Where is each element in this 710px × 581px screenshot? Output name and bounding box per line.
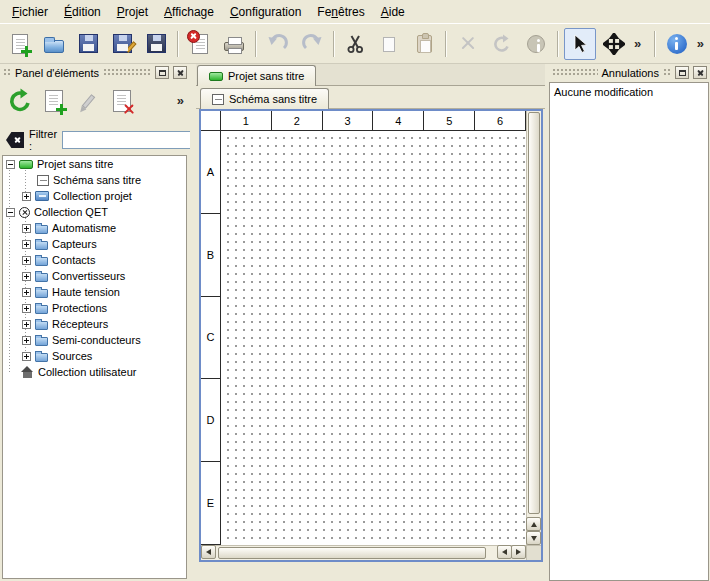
expand-expander-icon[interactable] [22,320,31,329]
left-arrow-icon [206,549,211,555]
collapse-expander-icon[interactable] [6,160,15,169]
scrollbar-corner [526,545,541,560]
expand-expander-icon[interactable] [22,288,31,297]
elements-dock-titlebar[interactable]: Panel d'éléments [0,64,190,81]
properties-button[interactable] [520,28,552,60]
hscroll-left-button-2[interactable] [497,545,512,559]
select-mode-button[interactable] [564,28,596,60]
row-label: D [201,379,220,462]
dock-float-button[interactable] [155,66,169,79]
collapse-expander-icon[interactable] [6,208,15,217]
dock-texture [663,68,671,77]
tree-item-recepteurs[interactable]: Récepteurs [3,316,186,332]
project-icon [209,72,223,81]
cut-button[interactable] [340,28,372,60]
expand-expander-icon[interactable] [22,336,31,345]
tree-item-collection-utilisateur[interactable]: Collection utilisateur [3,364,186,380]
horizontal-scrollbar[interactable] [201,545,526,560]
clipboard-icon [417,35,432,53]
toolbar-overflow-button[interactable]: » [631,36,644,51]
paste-button[interactable] [408,28,440,60]
vscroll-thumb[interactable] [528,112,540,514]
tree-item-haute-tension[interactable]: Haute tension [3,284,186,300]
open-folder-icon [44,40,64,53]
filter-row: Filtrer : [0,128,190,152]
menu-configuration[interactable]: Configuration [222,1,309,23]
folder-icon [35,321,48,330]
save-all-button[interactable] [140,28,172,60]
close-project-button[interactable] [184,28,216,60]
vertical-scrollbar[interactable] [526,111,541,545]
about-button[interactable] [661,28,693,60]
undo-button[interactable] [262,28,294,60]
tree-item-sources[interactable]: Sources [3,348,186,364]
vscroll-up-button[interactable] [526,517,541,531]
expand-expander-icon[interactable] [22,304,31,313]
expand-expander-icon[interactable] [22,272,31,281]
schema-tab[interactable]: Schéma sans titre [200,88,329,109]
row-label: B [201,214,220,297]
dock-close-button[interactable] [173,66,187,79]
tree-item-convertisseurs[interactable]: Convertisseurs [3,268,186,284]
dock-float-button[interactable] [675,66,689,79]
schema-canvas[interactable] [221,131,526,545]
open-project-button[interactable] [38,28,70,60]
reload-collections-button[interactable] [3,84,37,118]
menubar: Fichier Édition Projet Affichage Configu… [0,0,710,23]
new-element-button[interactable] [37,84,71,118]
new-project-button[interactable] [4,28,36,60]
hscroll-thumb[interactable] [218,547,486,559]
tree-item-capteurs[interactable]: Capteurs [3,236,186,252]
expand-expander-icon[interactable] [22,224,31,233]
menu-fichier[interactable]: Fichier [4,1,56,23]
copy-button[interactable] [374,28,406,60]
project-tab[interactable]: Projet sans titre [197,65,316,86]
vscroll-down-button[interactable] [526,531,541,545]
save-project-button[interactable] [72,28,104,60]
undo-history-dock: Annulations Aucune modification [549,64,710,581]
expand-expander-icon[interactable] [22,240,31,249]
delete-button[interactable] [452,28,484,60]
toolbar-separator [654,31,656,57]
elements-toolbar-overflow-button[interactable]: » [177,93,184,108]
tree-item-collection-qet[interactable]: Collection QET [3,204,186,220]
dock-close-button[interactable] [693,66,707,79]
hscroll-right-button[interactable] [511,545,526,559]
tree-item-collection-projet[interactable]: Collection projet [3,188,186,204]
rotate-button[interactable] [486,28,518,60]
menu-affichage[interactable]: Affichage [156,1,222,23]
menu-edition[interactable]: Édition [56,1,109,23]
expand-expander-icon[interactable] [22,352,31,361]
menu-aide[interactable]: Aide [373,1,413,23]
delete-element-button[interactable] [105,84,139,118]
edit-element-button[interactable] [71,84,105,118]
undo-history-list[interactable]: Aucune modification [549,82,709,581]
clear-filter-button[interactable] [6,132,24,148]
close-file-icon [192,34,208,54]
undo-dock-titlebar[interactable]: Annulations [549,64,710,81]
schema-icon [212,94,224,105]
scroll-mode-button[interactable] [598,28,630,60]
menu-fenetres[interactable]: Fenêtres [309,1,372,23]
save-project-as-button[interactable] [106,28,138,60]
tree-item-protections[interactable]: Protections [3,300,186,316]
tree-item-label: Collection utilisateur [38,366,136,378]
tree-item-label: Convertisseurs [52,270,125,282]
folder-icon [35,241,48,250]
folder-icon [35,273,48,282]
tree-item-automatisme[interactable]: Automatisme [3,220,186,236]
tree-item-contacts[interactable]: Contacts [3,252,186,268]
menu-projet[interactable]: Projet [109,1,156,23]
hscroll-left-button[interactable] [201,545,216,559]
expand-expander-icon[interactable] [22,192,31,201]
expand-expander-icon[interactable] [22,256,31,265]
tree-item-schema[interactable]: Schéma sans titre [3,172,186,188]
tree-item-project[interactable]: Projet sans titre [3,156,186,172]
tree-item-semi-conducteurs[interactable]: Semi-conducteurs [3,332,186,348]
redo-button[interactable] [296,28,328,60]
dock-texture [552,68,598,77]
folder-icon [35,353,48,362]
help-toolbar-overflow-button[interactable]: » [694,36,707,51]
print-button[interactable] [218,28,250,60]
plus-badge-icon [56,104,67,115]
